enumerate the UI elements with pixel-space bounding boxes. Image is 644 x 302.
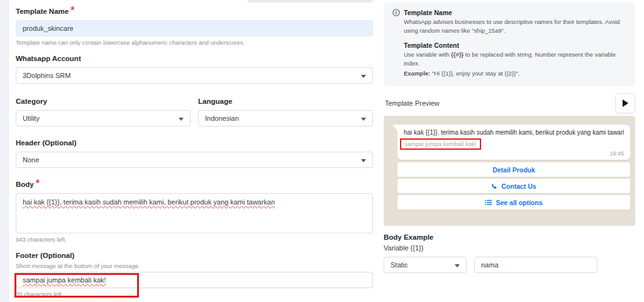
required-asterisk: *: [70, 5, 74, 16]
header-value: None: [23, 156, 39, 164]
template-editor-screen: Template Name* produk_skincare Template …: [0, 0, 644, 302]
header-select[interactable]: None: [16, 152, 373, 168]
right-panel: Template Name WhatsApp advises businesse…: [384, 3, 635, 273]
variable-type-value: Static: [391, 261, 408, 269]
template-name-input[interactable]: produk_skincare: [16, 20, 373, 36]
footer-optional-label: Footer (Optional): [16, 252, 74, 259]
footer-value: sampai jumpa kembali kak!: [23, 276, 106, 284]
bubble-timestamp: 19:45: [404, 150, 624, 158]
preview-button-label: Detail Produk: [492, 166, 535, 174]
body-example-title: Body Example: [384, 233, 635, 241]
play-preview-button[interactable]: [615, 93, 635, 113]
template-form: Template Name* produk_skincare Template …: [16, 5, 373, 302]
body-chars-left: 943 characters left.: [16, 236, 373, 243]
play-icon: [623, 99, 628, 107]
footer-chars-left: 35 characters left.: [16, 291, 373, 298]
template-name-value: produk_skincare: [23, 25, 74, 32]
info-content-prefix: Use variable with: [404, 51, 451, 58]
list-icon: [485, 199, 492, 206]
bubble-footer-text-annotated: sampai jumpa kembali kak!: [400, 138, 481, 150]
variable-value: nama: [481, 261, 499, 269]
info-icon: [392, 9, 400, 16]
variable-type-select[interactable]: Static: [384, 257, 467, 273]
page-left-gutter: [0, 0, 9, 302]
category-label: Category: [16, 98, 47, 105]
template-name-label-row: Template Name*: [16, 5, 373, 16]
preview-button-detail-produk: Detail Produk: [397, 162, 630, 177]
language-select[interactable]: Indonesian: [198, 110, 373, 126]
scrolled-element-remnant: [247, 0, 373, 3]
bubble-body-text: hai kak {{1}}, terima kasih sudah memili…: [404, 129, 624, 136]
info-template-name-text: WhatsApp advises businesses to use descr…: [404, 18, 626, 36]
whatsapp-account-select[interactable]: 3Dolphins SRM: [16, 67, 373, 84]
language-label: Language: [198, 98, 232, 105]
phone-icon: [491, 183, 497, 189]
bubble-tail: [392, 125, 397, 131]
language-value: Indonesian: [205, 115, 239, 122]
info-example-line: Example: "Hi {{1}}, enjoy your stay at {…: [404, 69, 626, 78]
info-example-text: "Hi {{1}}, enjoy your stay at {{2}}".: [430, 70, 519, 77]
preview-button-contact-us: Contact Us: [397, 179, 630, 193]
template-name-helper: Template name can only contain lowercase…: [16, 39, 373, 46]
variable-value-input[interactable]: nama: [474, 257, 597, 273]
required-asterisk: *: [36, 178, 40, 189]
guidelines-info-box: Template Name WhatsApp advises businesse…: [384, 3, 635, 86]
message-bubble: hai kak {{1}}, terima kasih sudah memili…: [397, 125, 630, 160]
template-preview-title: Template Preview: [385, 99, 440, 107]
info-content-variable: {{#}}: [451, 51, 464, 58]
body-textarea[interactable]: hai kak {{1}}, terima kasih sudah memili…: [16, 193, 373, 233]
info-example-label: Example:: [404, 70, 430, 77]
template-name-label: Template Name: [16, 8, 69, 15]
body-label: Body: [16, 181, 34, 188]
footer-input[interactable]: sampai jumpa kembali kak!: [16, 272, 373, 288]
preview-button-see-all-options: See all options: [397, 195, 630, 210]
header-optional-label: Header (Optional): [16, 139, 76, 147]
info-template-content-title: Template Content: [404, 42, 626, 49]
whatsapp-account-value: 3Dolphins SRM: [23, 72, 70, 79]
footer-helper: Short message at the bottom of your mess…: [16, 262, 373, 269]
preview-button-label: See all options: [496, 199, 542, 206]
info-template-content-text: Use variable with {{#}} to be replaced w…: [404, 50, 626, 69]
whatsapp-preview-panel: hai kak {{1}}, terima kasih sudah memili…: [384, 116, 635, 226]
category-value: Utility: [23, 115, 40, 122]
variable-1-label: Variable {{1}}: [384, 244, 635, 252]
info-template-name-title: Template Name: [404, 9, 452, 16]
preview-button-label: Contact Us: [501, 182, 536, 190]
whatsapp-account-label: Whatsapp Account: [16, 55, 81, 62]
body-value: hai kak {{1}}, terima kasih sudah memili…: [23, 198, 275, 206]
category-select[interactable]: Utility: [16, 110, 191, 126]
